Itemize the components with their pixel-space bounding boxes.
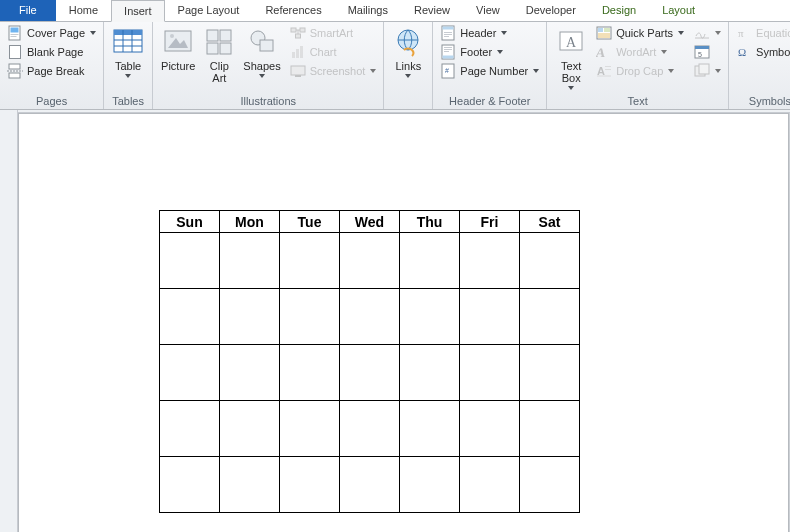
page-break-label: Page Break — [27, 65, 84, 77]
smartart-button[interactable]: SmartArt — [287, 24, 380, 42]
calendar-cell[interactable] — [460, 457, 520, 513]
calendar-header-cell[interactable]: Wed — [340, 211, 400, 233]
drop-cap-button[interactable]: A Drop Cap — [593, 62, 687, 80]
chevron-down-icon — [405, 74, 411, 78]
calendar-cell[interactable] — [400, 401, 460, 457]
calendar-header-cell[interactable]: Sun — [160, 211, 220, 233]
svg-rect-54 — [597, 76, 611, 77]
symbol-button[interactable]: Ω Symbol — [733, 43, 790, 61]
tab-references[interactable]: References — [252, 0, 334, 21]
calendar-cell[interactable] — [220, 289, 280, 345]
calendar-cell[interactable] — [520, 457, 580, 513]
table-button[interactable]: Table — [108, 24, 148, 80]
tab-home[interactable]: Home — [56, 0, 111, 21]
tab-page-layout[interactable]: Page Layout — [165, 0, 253, 21]
tab-view[interactable]: View — [463, 0, 513, 21]
chart-button[interactable]: Chart — [287, 43, 380, 61]
page-break-button[interactable]: Page Break — [4, 62, 99, 80]
calendar-cell[interactable] — [280, 233, 340, 289]
signature-line-button[interactable] — [691, 24, 724, 42]
svg-rect-4 — [10, 46, 21, 59]
tab-developer[interactable]: Developer — [513, 0, 589, 21]
document-scroll-area[interactable]: SunMonTueWedThuFriSat — [18, 110, 790, 532]
clip-art-button[interactable]: Clip Art — [199, 24, 239, 86]
calendar-cell[interactable] — [460, 289, 520, 345]
links-button[interactable]: Links — [388, 24, 428, 80]
text-box-button[interactable]: A Text Box — [551, 24, 591, 92]
tab-file[interactable]: File — [0, 0, 56, 21]
equation-button[interactable]: π Equation — [733, 24, 790, 42]
vertical-ruler[interactable] — [0, 110, 18, 532]
chevron-down-icon — [533, 69, 539, 73]
calendar-cell[interactable] — [340, 401, 400, 457]
svg-text:A: A — [566, 35, 577, 50]
quick-parts-button[interactable]: Quick Parts — [593, 24, 687, 42]
date-time-button[interactable]: 5 — [691, 43, 724, 61]
cover-page-button[interactable]: Cover Page — [4, 24, 99, 42]
tab-insert[interactable]: Insert — [111, 0, 165, 22]
calendar-cell[interactable] — [280, 401, 340, 457]
calendar-cell[interactable] — [280, 457, 340, 513]
picture-button[interactable]: Picture — [157, 24, 199, 74]
calendar-cell[interactable] — [340, 457, 400, 513]
calendar-cell[interactable] — [400, 289, 460, 345]
calendar-cell[interactable] — [400, 345, 460, 401]
object-button[interactable] — [691, 62, 724, 80]
drop-cap-label: Drop Cap — [616, 65, 663, 77]
calendar-cell[interactable] — [400, 233, 460, 289]
chevron-down-icon — [125, 74, 131, 78]
calendar-header-cell[interactable]: Sat — [520, 211, 580, 233]
screenshot-button[interactable]: Screenshot — [287, 62, 380, 80]
wordart-button[interactable]: A WordArt — [593, 43, 687, 61]
calendar-cell[interactable] — [220, 401, 280, 457]
group-tables-label: Tables — [108, 94, 148, 109]
calendar-cell[interactable] — [160, 289, 220, 345]
calendar-cell[interactable] — [340, 345, 400, 401]
horizontal-ruler[interactable] — [18, 110, 790, 113]
calendar-cell[interactable] — [460, 345, 520, 401]
calendar-cell[interactable] — [160, 457, 220, 513]
calendar-cell[interactable] — [400, 457, 460, 513]
wordart-icon: A — [596, 44, 612, 60]
links-icon — [392, 26, 424, 58]
signature-icon — [694, 25, 710, 41]
calendar-cell[interactable] — [520, 289, 580, 345]
page-number-icon: # — [440, 63, 456, 79]
tab-review[interactable]: Review — [401, 0, 463, 21]
tab-design[interactable]: Design — [589, 0, 649, 21]
document-page[interactable]: SunMonTueWedThuFriSat — [19, 114, 788, 532]
blank-page-button[interactable]: Blank Page — [4, 43, 99, 61]
calendar-table[interactable]: SunMonTueWedThuFriSat — [159, 210, 580, 513]
calendar-header-cell[interactable]: Tue — [280, 211, 340, 233]
calendar-cell[interactable] — [160, 401, 220, 457]
chevron-down-icon — [370, 69, 376, 73]
header-button[interactable]: Header — [437, 24, 542, 42]
group-text-label: Text — [551, 94, 724, 109]
calendar-header-cell[interactable]: Mon — [220, 211, 280, 233]
calendar-cell[interactable] — [220, 233, 280, 289]
shapes-button[interactable]: Shapes — [239, 24, 284, 80]
calendar-cell[interactable] — [340, 289, 400, 345]
tab-mailings[interactable]: Mailings — [335, 0, 401, 21]
header-icon — [440, 25, 456, 41]
calendar-cell[interactable] — [340, 233, 400, 289]
calendar-cell[interactable] — [520, 233, 580, 289]
calendar-cell[interactable] — [460, 401, 520, 457]
calendar-cell[interactable] — [520, 345, 580, 401]
calendar-cell[interactable] — [280, 289, 340, 345]
calendar-cell[interactable] — [520, 401, 580, 457]
calendar-cell[interactable] — [220, 345, 280, 401]
calendar-cell[interactable] — [460, 233, 520, 289]
calendar-header-row: SunMonTueWedThuFriSat — [160, 211, 580, 233]
page-number-button[interactable]: # Page Number — [437, 62, 542, 80]
calendar-cell[interactable] — [280, 345, 340, 401]
calendar-cell[interactable] — [220, 457, 280, 513]
equation-icon: π — [736, 25, 752, 41]
footer-button[interactable]: Footer — [437, 43, 542, 61]
tab-layout[interactable]: Layout — [649, 0, 708, 21]
chart-label: Chart — [310, 46, 337, 58]
calendar-cell[interactable] — [160, 233, 220, 289]
calendar-cell[interactable] — [160, 345, 220, 401]
calendar-header-cell[interactable]: Fri — [460, 211, 520, 233]
calendar-header-cell[interactable]: Thu — [400, 211, 460, 233]
